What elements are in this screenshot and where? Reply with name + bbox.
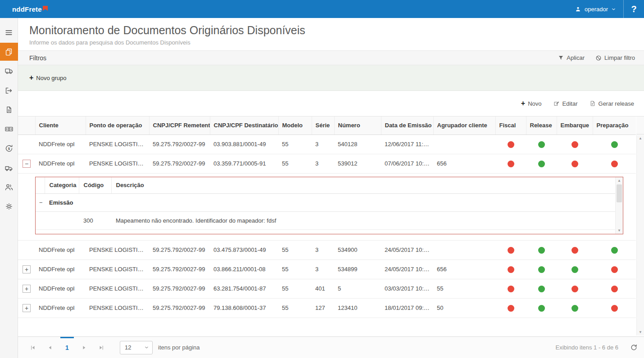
table-row[interactable]: +NDDFrete oplPENSKE LOGISTICS CAJ...59.2… (18, 279, 636, 298)
grid-vertical-scrollbar[interactable]: ▲ ▼ (636, 135, 644, 336)
sidebar-item-currency-cycle[interactable]: $ (0, 139, 18, 157)
user-menu-label: operador (585, 6, 608, 13)
col-header-fiscal[interactable]: Fiscal (495, 116, 526, 134)
col-header-modelo[interactable]: Modelo (278, 116, 312, 134)
detail-vertical-scrollbar[interactable]: ▲ ▼ (615, 177, 623, 234)
edit-button[interactable]: Editar (553, 100, 578, 107)
apply-filter-button[interactable]: Aplicar (558, 54, 585, 61)
cell-ponto-de-operacao: PENSKE LOGISTICS CAJ... (86, 134, 149, 154)
pager-last-icon (98, 345, 104, 351)
banknote-icon (5, 125, 14, 134)
cell-fiscal-status (495, 240, 526, 260)
col-header-cnpj-cpf-remetente[interactable]: CNPJ/CPF Remetente (149, 116, 210, 134)
new-button[interactable]: + Novo (521, 100, 542, 107)
user-menu[interactable]: operador (567, 0, 623, 18)
pager-prev-button[interactable] (41, 337, 59, 358)
cell-numero: 540128 (334, 134, 381, 154)
col-header-cnpj-cpf-destinatario[interactable]: CNPJ/CPF Destinatário (210, 116, 278, 134)
cell-cnpj-cpf-remetente: 59.275.792/0027-99 (149, 240, 210, 260)
detail-scrollbar-thumb[interactable] (617, 184, 622, 202)
fiscal-red-status-dot (508, 305, 514, 312)
filters-panel-body: + Novo grupo (18, 65, 644, 91)
pager-first-button[interactable] (24, 337, 41, 358)
cell-cnpj-cpf-remetente: 59.275.792/0027-99 (149, 279, 210, 298)
table-row[interactable]: NDDFrete oplPENSKE LOGISTICS CAJ...59.27… (18, 240, 636, 260)
sidebar-item-banknote[interactable] (0, 120, 18, 138)
cell-serie: 3 (312, 134, 334, 154)
embarque-red-status-dot (571, 141, 578, 148)
cell-ponto-de-operacao: PENSKE LOGISTICS CAJ... (86, 298, 149, 318)
expand-row-button[interactable]: + (23, 304, 31, 312)
documents-grid: Cliente Ponto de operação CNPJ/CPF Remet… (18, 116, 644, 336)
plus-icon: + (521, 100, 525, 107)
scroll-down-icon[interactable]: ▼ (616, 228, 623, 233)
cell-fiscal-status (495, 279, 526, 298)
clear-filter-button[interactable]: Limpar filtro (595, 54, 635, 61)
col-header-preparacao[interactable]: Preparação (593, 116, 636, 134)
cell-cliente: NDDFrete opl (35, 279, 86, 298)
svg-text:$: $ (8, 147, 10, 151)
expand-row-button[interactable]: + (23, 285, 31, 293)
table-row[interactable]: +NDDFrete oplPENSKE LOGISTICS CAJ...59.2… (18, 298, 636, 318)
expand-cell: − (18, 154, 35, 173)
cargo-truck-icon (5, 163, 14, 172)
filters-panel-header: Filtros Aplicar Limpar filtro (18, 50, 644, 65)
cell-cnpj-cpf-destinatario: 03.866.211/0001-08 (210, 260, 278, 279)
cell-serie: 3 (312, 240, 334, 260)
pager-prev-icon (47, 345, 53, 351)
detail-cell-descricao: Mapeamento não encontrado. Identificador… (111, 212, 615, 230)
refresh-button[interactable] (630, 344, 638, 351)
cell-cnpj-cpf-destinatario: 79.138.608/0001-37 (210, 298, 278, 318)
sidebar-item-documents[interactable] (0, 43, 18, 61)
col-header-serie[interactable]: Série (312, 116, 334, 134)
detail-col-expand (36, 177, 45, 194)
detail-data-row[interactable]: 300 Mapeamento não encontrado. Identific… (36, 212, 615, 230)
col-header-numero[interactable]: Número (334, 116, 381, 134)
detail-col-descricao[interactable]: Descrição (111, 177, 615, 194)
col-header-release[interactable]: Release (526, 116, 557, 134)
pager-next-button[interactable] (76, 337, 93, 358)
sidebar-item-truck[interactable] (0, 62, 18, 80)
collapse-row-button[interactable]: − (23, 160, 31, 168)
cell-cnpj-cpf-destinatario: 03.359.771/0005-91 (210, 154, 278, 173)
col-header-data-de-emissao[interactable]: Data de Emissão↓ (381, 116, 433, 134)
detail-col-codigo[interactable]: Código (79, 177, 111, 194)
cell-cnpj-cpf-destinatario: 03.475.873/0001-49 (210, 240, 278, 260)
cell-preparacao-status (593, 260, 636, 279)
cell-serie: 3 (312, 154, 334, 173)
embarque-green-status-dot (571, 305, 578, 312)
scroll-up-icon[interactable]: ▲ (616, 179, 623, 183)
collapse-group-button[interactable]: − (39, 199, 45, 206)
scroll-up-icon[interactable]: ▲ (637, 136, 644, 140)
col-header-agrupador-cliente[interactable]: Agrupador cliente (433, 116, 495, 134)
cell-numero: 534899 (334, 260, 381, 279)
help-button[interactable]: ? (623, 0, 644, 18)
sidebar-item-users[interactable] (0, 178, 18, 196)
table-row[interactable]: −NDDFrete oplPENSKE LOGISTICS CAJ...59.2… (18, 154, 636, 173)
sidebar-item-exit[interactable] (0, 81, 18, 99)
embarque-red-status-dot (571, 247, 578, 254)
scroll-down-icon[interactable]: ▼ (637, 330, 644, 334)
top-bar: nddFrete operador ? (0, 0, 644, 18)
page-size-dropdown[interactable]: 12 (120, 341, 153, 354)
pager-page-1[interactable]: 1 (59, 337, 76, 358)
pager-last-button[interactable] (93, 337, 110, 358)
col-header-cliente[interactable]: Cliente (35, 116, 86, 134)
preparacao-green-status-dot (611, 141, 618, 148)
table-row[interactable]: +NDDFrete oplPENSKE LOGISTICS CAJ...59.2… (18, 260, 636, 279)
cell-numero: 539012 (334, 154, 381, 173)
sidebar-item-cargo-truck[interactable] (0, 159, 18, 177)
col-header-ponto-de-operacao[interactable]: Ponto de operação (86, 116, 149, 134)
cell-agrupador-cliente: 50 (433, 298, 495, 318)
generate-release-button[interactable]: Gerar release (590, 100, 634, 107)
table-row[interactable]: NDDFrete oplPENSKE LOGISTICS CAJ...59.27… (18, 134, 636, 154)
fiscal-red-status-dot (508, 141, 514, 148)
detail-col-categoria[interactable]: Categoria (45, 177, 79, 194)
expand-row-button[interactable]: + (23, 265, 31, 273)
page-title: Monitoramento de Documentos Originários … (29, 24, 633, 37)
sidebar-item-settings[interactable] (0, 197, 18, 215)
col-header-embarque[interactable]: Embarque (557, 116, 593, 134)
sidebar-item-file[interactable] (0, 101, 18, 119)
new-group-button[interactable]: + Novo grupo (29, 74, 67, 81)
sidebar-menu-toggle[interactable] (0, 23, 18, 41)
